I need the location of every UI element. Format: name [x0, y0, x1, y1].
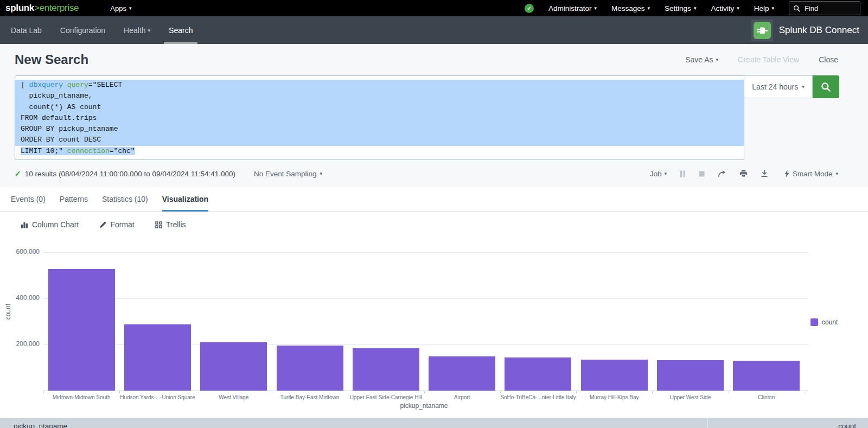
find-search-box[interactable]	[789, 1, 860, 15]
x-axis-tick	[424, 391, 425, 393]
event-sampling-menu[interactable]: No Event Sampling▾	[254, 170, 322, 178]
bar-upper-east-side-carnegie-hill[interactable]	[353, 348, 419, 391]
stop-icon	[699, 171, 705, 177]
chevron-down-icon: ▾	[737, 5, 739, 11]
event-sampling-label: No Event Sampling	[254, 170, 317, 178]
bar-murray-hill-kips-bay[interactable]	[581, 360, 648, 391]
menu-help[interactable]: Help▾	[754, 4, 774, 12]
print-button[interactable]	[739, 170, 748, 177]
legend-label: count	[822, 318, 838, 326]
tab-statistics-10[interactable]: Statistics (10)	[102, 187, 148, 211]
save-as-button[interactable]: Save As▾	[685, 55, 718, 64]
x-axis-tick	[576, 391, 577, 393]
x-category-label: Upper West Side	[652, 394, 728, 400]
search-query-editor[interactable]: | dbxquery query="SELECT pickup_ntaname,…	[15, 75, 744, 160]
tab-events-0[interactable]: Events (0)	[11, 187, 46, 211]
app-identity[interactable]: Splunk DB Connect	[751, 16, 859, 44]
menu-messages[interactable]: Messages▾	[611, 4, 650, 12]
x-category-label: Clinton	[729, 394, 805, 400]
chevron-down-icon: ▾	[148, 28, 151, 33]
x-category-label: Midtown-Midtown South	[43, 394, 119, 400]
x-category-label: Murray Hill-Kips Bay	[576, 394, 652, 400]
format-button[interactable]: Format	[99, 220, 134, 229]
results-tabs: Events (0)PatternsStatistics (10)Visuali…	[0, 187, 868, 212]
job-controls: Job▾ Smart Mode▾	[650, 170, 838, 178]
column-divider	[707, 418, 708, 428]
logo-brand: splunk	[5, 3, 34, 13]
bar-hudson-yards-union-square[interactable]	[124, 324, 191, 391]
menu-settings[interactable]: Settings▾	[665, 4, 696, 12]
tab-visualization[interactable]: Visualization	[162, 187, 208, 211]
success-check-icon: ✓	[15, 169, 21, 178]
results-summary: 10 results (08/04/2024 11:00:00.000 to 0…	[25, 170, 235, 178]
column-header-count[interactable]: count	[838, 422, 856, 428]
menu-label: Messages	[611, 4, 645, 12]
stop-button[interactable]	[699, 171, 705, 177]
topbar-menus: Administrator▾Messages▾Settings▾Activity…	[548, 4, 774, 12]
health-status-icon[interactable]: ✓	[525, 4, 534, 13]
y-tick-label: 400,000	[0, 294, 40, 302]
chart-legend[interactable]: count	[810, 318, 838, 326]
bar-clinton[interactable]	[733, 361, 800, 391]
save-as-label: Save As	[685, 55, 713, 64]
bar-soho-tribeca-nter-little-italy[interactable]	[505, 357, 571, 391]
plug-icon	[754, 22, 771, 39]
run-search-button[interactable]	[813, 75, 839, 98]
nav-item-health[interactable]: Health▾	[124, 16, 150, 44]
find-input[interactable]	[803, 4, 849, 13]
bar-airport[interactable]	[429, 356, 495, 391]
lightning-bolt-icon	[784, 170, 789, 177]
chart-type-label: Column Chart	[32, 220, 79, 229]
bar-west-village[interactable]	[200, 342, 267, 391]
chevron-down-icon: ▾	[694, 5, 697, 11]
column-header-pickup-ntaname[interactable]: pickup_ntaname	[14, 422, 67, 428]
query-line: | dbxquery query="SELECT	[15, 80, 744, 91]
close-button[interactable]: Close	[819, 55, 838, 64]
x-category-label: West Village	[196, 394, 272, 400]
time-range-picker[interactable]: Last 24 hours▾	[744, 75, 813, 98]
x-category-label: SoHo-TriBeCa-...nter-Little Italy	[500, 394, 576, 400]
share-icon	[718, 170, 726, 177]
bar-upper-west-side[interactable]	[657, 360, 724, 391]
menu-label: Help	[754, 4, 769, 12]
nav-item-label: Data Lab	[11, 26, 42, 35]
logo-separator: >	[34, 3, 40, 13]
trellis-button[interactable]: Trellis	[155, 220, 186, 229]
menu-activity[interactable]: Activity▾	[711, 4, 739, 12]
x-axis-tick	[500, 391, 501, 393]
query-line: ORDER BY count DESC	[15, 135, 744, 145]
results-status-bar: ✓ 10 results (08/04/2024 11:00:00.000 to…	[0, 160, 868, 187]
search-head: New Search Save As▾ Create Table View Cl…	[0, 44, 868, 187]
nav-item-search[interactable]: Search	[169, 16, 193, 44]
nav-item-data-lab[interactable]: Data Lab	[11, 16, 42, 44]
menu-administrator[interactable]: Administrator▾	[548, 4, 597, 12]
appbar-items: Data LabConfigurationHealth▾Search	[11, 16, 193, 44]
x-axis-tick	[729, 391, 729, 393]
share-button[interactable]	[718, 170, 726, 177]
bar-midtown-midtown-south[interactable]	[48, 269, 115, 391]
query-line: FROM default.trips	[15, 113, 744, 124]
export-button[interactable]	[761, 170, 768, 177]
nav-item-label: Configuration	[60, 26, 105, 35]
title-row: New Search Save As▾ Create Table View Cl…	[0, 44, 868, 75]
job-label: Job	[650, 170, 662, 178]
trellis-grid-icon	[155, 221, 162, 228]
tab-patterns[interactable]: Patterns	[60, 187, 88, 211]
chart-type-button[interactable]: Column Chart	[21, 220, 79, 229]
query-line: LIMIT 10;" connection="chc"	[15, 146, 744, 157]
viz-toolbar: Column Chart Format Trellis	[0, 212, 868, 236]
pause-button[interactable]	[680, 170, 686, 177]
menu-label: Administrator	[548, 4, 592, 12]
bar-turtle-bay-east-midtown[interactable]	[277, 346, 343, 391]
x-axis-tick	[119, 391, 120, 393]
splunk-logo[interactable]: splunk>enterprise	[5, 3, 79, 14]
page-title: New Search	[15, 52, 88, 67]
create-table-view-button[interactable]: Create Table View	[738, 55, 799, 64]
job-menu[interactable]: Job▾	[650, 170, 667, 178]
nav-item-configuration[interactable]: Configuration	[60, 16, 105, 44]
search-mode-menu[interactable]: Smart Mode▾	[784, 170, 838, 178]
menu-label: Activity	[711, 4, 734, 12]
apps-menu[interactable]: Apps▾	[110, 4, 131, 12]
print-icon	[739, 170, 748, 177]
query-line: GROUP BY pickup_ntaname	[15, 124, 744, 135]
